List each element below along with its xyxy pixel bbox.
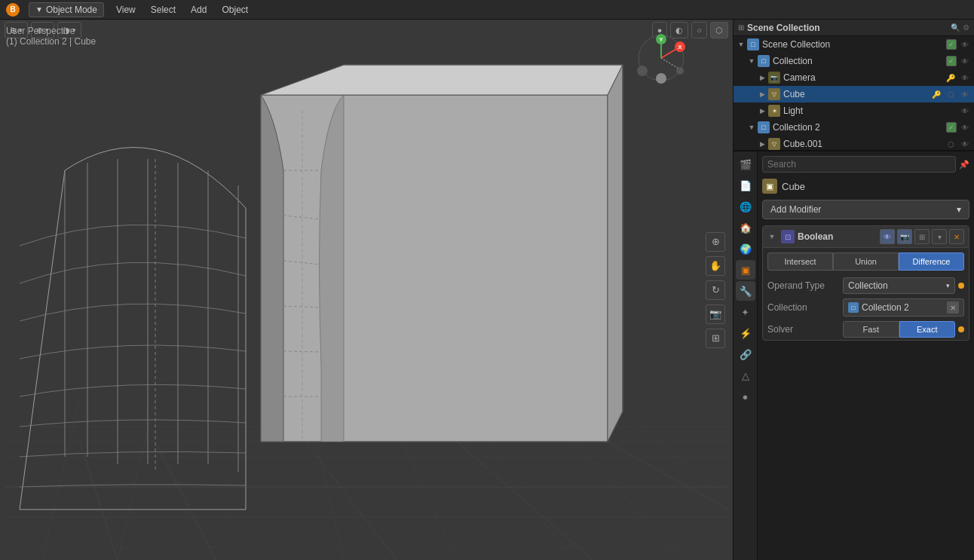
item-actions: ✓ 👁 (946, 55, 971, 67)
prop-constraints-btn[interactable]: 🔗 (736, 344, 755, 364)
item-actions: 🔑 👁 (945, 72, 971, 84)
collection-icon: □ (758, 121, 770, 133)
solver-exact-btn[interactable]: Exact (899, 321, 956, 338)
modifier-apply-btn[interactable]: ⊞ (914, 229, 930, 244)
collection-clear-button[interactable]: ✕ (947, 301, 959, 314)
item-actions: ✓ 👁 (946, 121, 971, 133)
solver-fast-btn[interactable]: Fast (843, 321, 899, 338)
menu-select[interactable]: Select (148, 3, 179, 17)
restrict-icon[interactable]: 🔑 (945, 72, 957, 84)
prop-scene-btn[interactable]: 🏠 (736, 218, 755, 237)
outliner-item-cube[interactable]: ▶ ▽ Cube 🔑 ⬡ 👁 (734, 86, 974, 103)
prop-world-btn[interactable]: 🌍 (736, 239, 755, 259)
app-logo: Blender B (6, 3, 20, 17)
viewport-overlay-btn[interactable]: ⊚▾ (31, 22, 54, 38)
solver-row: Solver Fast Exact (763, 319, 969, 340)
prop-data-btn[interactable]: △ (736, 366, 755, 385)
camera-icon: 📷 (768, 72, 780, 84)
solver-keyframe-dot[interactable] (958, 326, 964, 332)
outliner-item-camera[interactable]: ▶ 📷 Camera 🔑 👁 (734, 69, 974, 86)
prop-particles-btn[interactable]: ✦ (736, 302, 755, 322)
prop-object-header: ▣ Cube (762, 179, 969, 194)
tool-pan[interactable]: ✋ (706, 256, 725, 276)
outliner-search-icon[interactable]: 🔍 (951, 23, 960, 32)
collection-field[interactable]: □ Collection 2 ✕ (843, 298, 964, 317)
prop-object-btn[interactable]: ▣ (736, 260, 755, 280)
eye-icon[interactable]: 👁 (959, 138, 971, 150)
visibility-checkbox[interactable]: ✓ (946, 39, 957, 50)
outliner-item-cube001[interactable]: ▶ ▽ Cube.001 ⬡ 👁 (734, 136, 974, 151)
expand-arrow: ▶ (758, 106, 767, 115)
eye-icon[interactable]: 👁 (959, 55, 971, 67)
shading-wireframe-btn[interactable]: ⬡ (710, 22, 728, 38)
bool-difference-btn[interactable]: Difference (899, 252, 964, 271)
prop-render-btn[interactable]: 🎬 (736, 155, 755, 174)
item-label: Collection 2 (773, 122, 946, 133)
expand-arrow: ▶ (758, 139, 767, 148)
tool-grid[interactable]: ⊞ (706, 329, 725, 348)
collection-icon: □ (758, 55, 770, 67)
navigation-gizmo[interactable]: Y X (635, 32, 688, 84)
modifier-icon: ⊡ (781, 230, 795, 243)
operand-type-keyframe-dot[interactable] (958, 283, 964, 289)
prop-view-layer-btn[interactable]: 🌐 (736, 197, 755, 216)
prop-physics-btn[interactable]: ⚡ (736, 323, 755, 343)
operand-type-label: Operand Type (767, 280, 843, 291)
bool-union-btn[interactable]: Union (833, 252, 899, 271)
bool-intersect-btn[interactable]: Intersect (767, 252, 833, 271)
prop-pin-icon[interactable]: 📌 (959, 160, 969, 170)
modifier-name: Boolean (798, 231, 877, 242)
right-panel: ⊞ Scene Collection 🔍 ⚙ ▼ □ Scene Collect… (733, 20, 974, 560)
modifier-expand-arrow[interactable]: ▼ (767, 232, 776, 241)
operand-type-dropdown[interactable]: Collection ▾ (843, 277, 955, 294)
outliner-item-light[interactable]: ▶ ☀ Light 👁 (734, 103, 974, 119)
restrict-icon[interactable]: 🔑 (930, 88, 942, 100)
menu-view[interactable]: View (113, 3, 139, 17)
menu-object[interactable]: Object (219, 3, 251, 17)
outliner-filter-icon[interactable]: ⚙ (963, 23, 969, 32)
collection-icon: □ (747, 38, 759, 50)
tool-camera[interactable]: 📷 (706, 304, 725, 324)
viewport-xray-btn[interactable]: ◑▾ (57, 22, 81, 38)
top-bar: Blender B ▼ Object Mode View Select Add … (0, 0, 974, 20)
properties-search[interactable] (762, 156, 956, 173)
item-label: Cube (783, 89, 930, 99)
item-label: Scene Collection (762, 39, 946, 50)
object-name-label: Cube (782, 181, 805, 192)
modifier-close-btn[interactable]: ✕ (949, 229, 964, 244)
menu-add[interactable]: Add (188, 3, 210, 17)
tool-zoom[interactable]: ⊕ (706, 232, 725, 252)
outliner-item-collection[interactable]: ▼ □ Collection ✓ 👁 (734, 53, 974, 69)
scene-canvas (0, 20, 733, 560)
prop-material-btn[interactable]: ● (736, 387, 755, 406)
add-modifier-button[interactable]: Add Modifier ▾ (762, 200, 969, 219)
tool-orbit[interactable]: ↻ (706, 280, 725, 300)
properties-panel: 🎬 📄 🌐 🏠 🌍 ▣ 🔧 ✦ ⚡ 🔗 △ ● 📌 (734, 151, 974, 560)
svg-point-55 (637, 66, 648, 76)
collection-field-icon: □ (848, 302, 859, 313)
filter-icon[interactable]: ⬡ (945, 88, 957, 100)
outliner-item-collection2[interactable]: ▼ □ Collection 2 ✓ 👁 (734, 119, 974, 136)
modifier-realtime-btn[interactable]: 👁 (880, 229, 895, 244)
outliner-item-scene-collection[interactable]: ▼ □ Scene Collection ✓ 👁 (734, 36, 974, 53)
main-area: ⊕▾ ⊚▾ ◑▾ ● ◐ ○ ⬡ User Perspective (1) Co… (0, 20, 974, 560)
viewport-mode-btn[interactable]: ⊕▾ (5, 22, 28, 38)
eye-icon[interactable]: 👁 (959, 38, 971, 50)
modifier-dropdown-btn[interactable]: ▾ (932, 229, 947, 244)
eye-icon[interactable]: 👁 (959, 88, 971, 100)
prop-output-btn[interactable]: 📄 (736, 176, 755, 195)
prop-modifier-btn[interactable]: 🔧 (736, 281, 755, 301)
viewport[interactable]: ⊕▾ ⊚▾ ◑▾ ● ◐ ○ ⬡ User Perspective (1) Co… (0, 20, 733, 560)
visibility-checkbox[interactable]: ✓ (946, 56, 957, 66)
outliner: ⊞ Scene Collection 🔍 ⚙ ▼ □ Scene Collect… (734, 20, 974, 151)
eye-icon[interactable]: 👁 (959, 105, 971, 117)
modifier-header-btns: 👁 📷 ⊞ ▾ ✕ (880, 229, 964, 244)
filter-icon[interactable]: ⬡ (945, 138, 957, 150)
shading-rendered-btn[interactable]: ○ (691, 22, 707, 38)
eye-icon[interactable]: 👁 (959, 121, 971, 133)
modifier-render-btn[interactable]: 📷 (897, 229, 912, 244)
mode-selector[interactable]: ▼ Object Mode (29, 2, 104, 17)
visibility-checkbox[interactable]: ✓ (946, 122, 957, 133)
expand-arrow: ▶ (758, 90, 767, 99)
eye-icon[interactable]: 👁 (959, 72, 971, 84)
